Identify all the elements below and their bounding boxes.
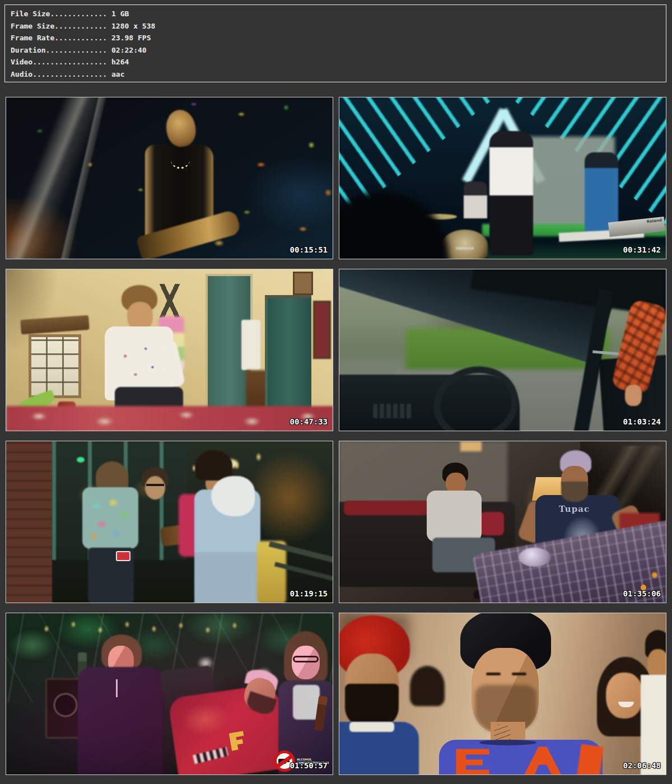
- air-vent: [373, 404, 413, 418]
- guitarist-glasses: [146, 484, 164, 486]
- brick-wall: [6, 441, 52, 603]
- timestamp-overlay: 00:31:42: [623, 245, 661, 254]
- confetti: [6, 97, 333, 259]
- guitarist-face: [145, 476, 165, 500]
- timestamp-overlay: 01:19:15: [290, 589, 328, 598]
- sweater-collar: [479, 740, 536, 745]
- bass-drum: YAMAHA: [442, 230, 488, 259]
- gray-sweater: [427, 491, 482, 542]
- tshirt-text: Tupac: [559, 504, 590, 514]
- video-thumbnail-6: Tupac 01:35:06: [339, 441, 666, 603]
- left-eyebrow: [486, 673, 501, 675]
- timestamp-overlay: 00:15:51: [290, 245, 328, 254]
- timestamp-overlay: 01:03:24: [623, 417, 661, 426]
- info-line-duration: Duration.............. 02:22:40: [11, 44, 666, 57]
- white-collar: [349, 722, 394, 732]
- wall-picture: [293, 272, 313, 295]
- video-thumbnail-5: 01:19:15: [6, 441, 333, 603]
- patterned-blanket: [6, 406, 333, 431]
- paisley-jacket: [82, 487, 138, 549]
- pocket-patch: [116, 551, 130, 561]
- denim-man-hair: [195, 450, 232, 480]
- media-info-panel: File Size............. 1 GB Frame Size..…: [4, 4, 666, 82]
- yellow-garment: [257, 541, 286, 603]
- timestamp-overlay: 01:35:06: [623, 589, 661, 598]
- courtyard-window: [29, 334, 81, 398]
- console-trackball: [519, 548, 551, 567]
- sweater-letter-block: [577, 744, 603, 775]
- keyboardist-figure: [585, 152, 618, 232]
- video-thumbnail-4: 01:03:24: [339, 269, 666, 431]
- timestamp-overlay: 00:47:33: [290, 417, 328, 426]
- producer-beard: [561, 482, 588, 502]
- video-thumbnail-3: 00:47:33: [6, 269, 333, 431]
- right-eyebrow: [512, 673, 526, 675]
- hand: [625, 385, 642, 406]
- background-person-hair: [410, 666, 445, 706]
- timestamp-overlay: 02:06:48: [623, 761, 661, 770]
- info-line-frame-rate: Frame Rate............ 23.98 FPS: [11, 32, 666, 44]
- lead-singer-figure: [489, 131, 533, 255]
- video-thumbnail-7: ALCOHOL CONSUMPTION IS IN 01:50:57: [6, 613, 333, 775]
- young-man-white-shirt: [641, 675, 666, 775]
- info-line-file-size: File Size............. 1 GB: [11, 8, 666, 20]
- white-hood: [211, 476, 255, 516]
- timestamp-overlay: 01:50:57: [290, 761, 328, 770]
- woman-face: [606, 673, 643, 718]
- console-led-1: [652, 572, 657, 578]
- thumbnail-grid: 00:15:51 YAMAHA Roland 00:31:42: [6, 97, 666, 775]
- wall-hanging: [313, 301, 331, 359]
- red-pillow-left: [344, 501, 429, 515]
- info-line-video: Video................. h264: [11, 56, 666, 68]
- red-pillow-right: [480, 512, 504, 535]
- info-line-audio: Audio................. aac: [11, 68, 666, 81]
- info-line-frame-size: Frame Size............ 1280 x 538: [11, 20, 666, 32]
- green-light-dot: [77, 457, 85, 463]
- video-thumbnail-2: YAMAHA Roland 00:31:42: [339, 97, 666, 259]
- towel: [241, 320, 260, 370]
- drummer-figure: [464, 181, 487, 218]
- video-thumbnail-8: 02:06:48: [339, 613, 666, 775]
- crowd-silhouette: [339, 192, 449, 259]
- video-thumbnail-1: 00:15:51: [6, 97, 333, 259]
- wall-sconce: [460, 441, 482, 451]
- preview-sheet: File Size............. 1 GB Frame Size..…: [0, 0, 672, 784]
